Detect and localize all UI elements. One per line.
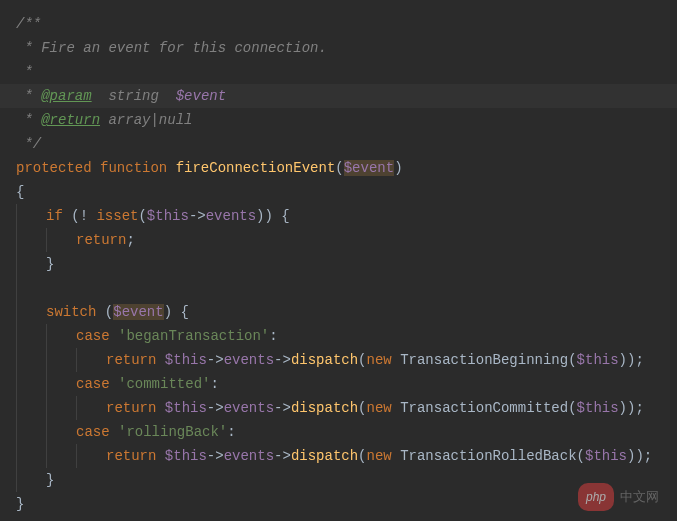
doc-return-type: array <box>108 112 150 128</box>
function-kw: function <box>100 160 167 176</box>
watermark: php 中文网 <box>578 483 659 511</box>
code-line: return $this->events->dispatch(new Trans… <box>0 348 677 372</box>
lparen: ( <box>335 160 343 176</box>
isset-kw: isset <box>96 208 138 224</box>
doc-open: /** <box>16 16 41 32</box>
case-label: 'committed' <box>118 376 210 392</box>
code-line: } <box>0 492 677 516</box>
open-brace: { <box>16 184 24 200</box>
if-kw: if <box>46 208 63 224</box>
watermark-badge: php <box>578 483 614 511</box>
new-kw: new <box>367 400 392 416</box>
code-line <box>0 276 677 300</box>
doc-param-type: string <box>108 88 158 104</box>
code-line: switch ($event) { <box>0 300 677 324</box>
return-kw: return <box>76 232 126 248</box>
code-line: case 'committed': <box>0 372 677 396</box>
code-line: * Fire an event for this connection. <box>0 36 677 60</box>
events-prop: events <box>206 208 256 224</box>
watermark-text: 中文网 <box>620 485 659 509</box>
doc-prefix: * <box>16 88 41 104</box>
dispatch-method: dispatch <box>291 448 358 464</box>
code-line: return $this->events->dispatch(new Trans… <box>0 396 677 420</box>
return-kw: return <box>106 448 156 464</box>
doc-empty: * <box>16 64 33 80</box>
close-brace: } <box>16 496 24 512</box>
neg-op: ! <box>80 208 88 224</box>
new-kw: new <box>367 448 392 464</box>
semi: ; <box>126 232 134 248</box>
dispatch-method: dispatch <box>291 400 358 416</box>
class-name: TransactionRolledBack <box>400 448 576 464</box>
switch-kw: switch <box>46 304 96 320</box>
function-name: fireConnectionEvent <box>176 160 336 176</box>
new-kw: new <box>367 352 392 368</box>
code-line-highlighted: * @param string $event <box>0 84 677 108</box>
case-kw: case <box>76 376 110 392</box>
code-line: * @return array|null <box>0 108 677 132</box>
case-label: 'beganTransaction' <box>118 328 269 344</box>
doc-prefix: * <box>16 112 41 128</box>
class-name: TransactionCommitted <box>400 400 568 416</box>
code-line: { <box>0 180 677 204</box>
dispatch-method: dispatch <box>291 352 358 368</box>
doc-close: */ <box>16 136 41 152</box>
case-label: 'rollingBack' <box>118 424 227 440</box>
doc-param-var: $event <box>176 88 226 104</box>
code-line: return; <box>0 228 677 252</box>
code-line: return $this->events->dispatch(new Trans… <box>0 444 677 468</box>
switch-var: $event <box>113 304 163 320</box>
code-line: case 'rollingBack': <box>0 420 677 444</box>
return-kw: return <box>106 400 156 416</box>
doc-return-tag: @return <box>41 112 100 128</box>
code-line: * <box>0 60 677 84</box>
case-kw: case <box>76 424 110 440</box>
doc-return-null: null <box>159 112 193 128</box>
doc-desc: Fire an event for this connection. <box>41 40 327 56</box>
code-line: case 'beganTransaction': <box>0 324 677 348</box>
doc-prefix: * <box>16 40 41 56</box>
code-line: } <box>0 252 677 276</box>
rparen: ) <box>394 160 402 176</box>
code-editor[interactable]: /** * Fire an event for this connection.… <box>0 0 677 521</box>
code-line: } <box>0 468 677 492</box>
doc-pipe: | <box>150 112 158 128</box>
code-line: */ <box>0 132 677 156</box>
code-line: /** <box>0 12 677 36</box>
doc-param-tag: @param <box>41 88 91 104</box>
code-line: protected function fireConnectionEvent($… <box>0 156 677 180</box>
arrow: -> <box>189 208 206 224</box>
return-kw: return <box>106 352 156 368</box>
param-var: $event <box>344 160 394 176</box>
code-line: if (! isset($this->events)) { <box>0 204 677 228</box>
case-kw: case <box>76 328 110 344</box>
visibility-kw: protected <box>16 160 92 176</box>
this-var: $this <box>147 208 189 224</box>
class-name: TransactionBeginning <box>400 352 568 368</box>
